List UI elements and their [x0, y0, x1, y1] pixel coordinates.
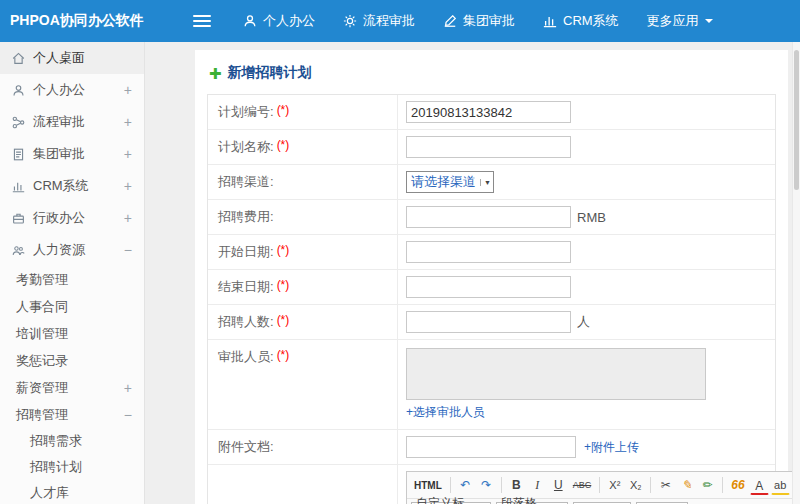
underline-button[interactable]: U — [549, 475, 568, 495]
required-marker: (*) — [277, 348, 290, 362]
sidebar-item-admin-office[interactable]: 行政办公 + — [0, 202, 144, 234]
topnav-workflow-approval[interactable]: 流程审批 — [329, 0, 429, 42]
topbar: PHPOA协同办公软件 个人办公 流程审批 集团审批 CRM系统 — [0, 0, 800, 42]
sidebar-item-talent-pool[interactable]: 人才库 — [0, 480, 144, 504]
field-label: 招聘人数: — [218, 313, 274, 331]
sidebar-item-recruit-plan[interactable]: 招聘计划 — [0, 454, 144, 480]
sidebar-item-personal-desktop[interactable]: 个人桌面 — [0, 42, 144, 74]
sidebar-item-label: 招聘需求 — [30, 432, 82, 450]
divider — [722, 477, 723, 493]
recruit-plan-form: 计划编号: (*) 计划名称: (*) 招聘渠道: — [207, 94, 776, 504]
sidebar-item-group-approval[interactable]: 集团审批 + — [0, 138, 144, 170]
end-date-input[interactable] — [406, 276, 571, 298]
expand-plus-icon: + — [124, 82, 132, 98]
caret-down-icon — [705, 19, 713, 27]
sidebar-item-label: 人事合同 — [16, 298, 68, 316]
sidebar-item-label: CRM系统 — [33, 177, 89, 195]
toolbar-row-2: 自定义标题 ▼ 段落格式 ▼ 字体 ▼ — [407, 499, 800, 504]
hamburger-icon — [193, 15, 211, 17]
italic-button[interactable]: I — [528, 475, 547, 495]
bold-button[interactable]: B — [507, 475, 526, 495]
topnav-personal-office[interactable]: 个人办公 — [229, 0, 329, 42]
form-row-attachment: 附件文档: +附件上传 — [208, 430, 775, 465]
form-row-plan-no: 计划编号: (*) — [208, 95, 775, 130]
cost-input[interactable] — [406, 206, 571, 228]
font-color-button[interactable]: A — [750, 477, 769, 495]
form-row-editor: HTML ↶ ↷ B I U ABC X² X₂ — [208, 465, 775, 504]
sidebar-item-label: 招聘计划 — [30, 458, 82, 476]
attachment-input[interactable] — [406, 436, 576, 458]
channel-select[interactable]: 请选择渠道 ▼ — [406, 171, 494, 193]
form-row-start-date: 开始日期: (*) — [208, 235, 775, 270]
plus-icon: ✚ — [209, 66, 222, 81]
richtext-toolbar: HTML ↶ ↷ B I U ABC X² X₂ — [406, 471, 800, 504]
blockquote-button[interactable]: 66 — [728, 475, 747, 495]
field-label: 计划名称: — [218, 138, 274, 156]
sidebar-item-personal-office[interactable]: 个人办公 + — [0, 74, 144, 106]
topnav-group-approval[interactable]: 集团审批 — [429, 0, 529, 42]
sidebar-item-human-resources[interactable]: 人力资源 − — [0, 234, 144, 266]
headcount-input[interactable] — [406, 311, 571, 333]
redo-button[interactable]: ↷ — [477, 475, 496, 495]
sidebar-item-label: 个人办公 — [33, 81, 85, 99]
field-label: 招聘渠道: — [218, 173, 274, 191]
undo-button[interactable]: ↶ — [456, 475, 475, 495]
scrollbar-thumb[interactable] — [794, 50, 799, 190]
sidebar-item-crm-system[interactable]: CRM系统 + — [0, 170, 144, 202]
divider — [650, 477, 651, 493]
app-brand: PHPOA协同办公软件 — [0, 12, 145, 30]
topnav-more-apps[interactable]: 更多应用 — [633, 0, 727, 42]
sidebar-item-training[interactable]: 培训管理 — [0, 320, 144, 347]
topnav-crm-system[interactable]: CRM系统 — [529, 0, 633, 42]
field-label: 招聘费用: — [218, 208, 274, 226]
main-content: ✚ 新增招聘计划 计划编号: (*) 计划名称: (*) — [145, 42, 800, 504]
topnav-label: CRM系统 — [563, 12, 619, 30]
headcount-unit-label: 人 — [577, 313, 590, 331]
expand-plus-icon: + — [124, 210, 132, 226]
attachment-upload-link[interactable]: +附件上传 — [584, 439, 639, 456]
html-source-button[interactable]: HTML — [411, 475, 445, 495]
sidebar-item-workflow-approval[interactable]: 流程审批 + — [0, 106, 144, 138]
sidebar-item-rewards[interactable]: 奖惩记录 — [0, 347, 144, 374]
field-label: 结束日期: — [218, 278, 274, 296]
vertical-scrollbar[interactable] — [792, 42, 800, 504]
sidebar-item-hr-contract[interactable]: 人事合同 — [0, 293, 144, 320]
menu-toggle-button[interactable] — [193, 12, 211, 30]
sidebar-item-attendance[interactable]: 考勤管理 — [0, 266, 144, 293]
form-row-channel: 招聘渠道: 请选择渠道 ▼ — [208, 165, 775, 200]
doc-icon — [12, 148, 25, 161]
user-icon — [12, 84, 25, 97]
highlight-color-button[interactable]: ab — [771, 477, 790, 495]
gear-icon — [343, 14, 357, 28]
strikethrough-button[interactable]: ABC — [570, 475, 595, 495]
sidebar-item-label: 招聘管理 — [16, 406, 68, 424]
sidebar-item-label: 人力资源 — [33, 241, 85, 259]
superscript-button[interactable]: X² — [605, 475, 624, 495]
required-marker: (*) — [277, 103, 290, 117]
edit-icon — [443, 14, 457, 28]
select-label: 自定义标题 — [416, 495, 471, 504]
sidebar: 个人桌面 个人办公 + 流程审批 + 集团审批 + CRM系统 + 行政办公 + — [0, 42, 145, 504]
cost-unit-label: RMB — [577, 210, 606, 225]
sidebar-item-salary[interactable]: 薪资管理 + — [0, 374, 144, 401]
start-date-input[interactable] — [406, 241, 571, 263]
topnav-label: 流程审批 — [363, 12, 415, 30]
plan-name-input[interactable] — [406, 136, 571, 158]
caret-down-icon: ▼ — [480, 179, 491, 186]
plan-no-input[interactable] — [406, 101, 571, 123]
select-approver-link[interactable]: +选择审批人员 — [406, 405, 485, 419]
cut-button[interactable]: ✂ — [656, 475, 675, 495]
field-label: 附件文档: — [218, 438, 274, 456]
divider — [450, 477, 451, 493]
user-icon — [243, 14, 257, 28]
home-icon — [12, 52, 25, 65]
subscript-button[interactable]: X₂ — [626, 475, 645, 495]
sidebar-item-label: 薪资管理 — [16, 379, 68, 397]
approver-textarea[interactable] — [406, 348, 706, 400]
sidebar-item-recruit-demand[interactable]: 招聘需求 — [0, 428, 144, 454]
field-label: 计划编号: — [218, 103, 274, 121]
sidebar-item-recruitment[interactable]: 招聘管理 − — [0, 401, 144, 428]
pencil-button[interactable]: ✎ — [677, 475, 696, 495]
pen-button[interactable]: ✏ — [698, 475, 717, 495]
collapse-minus-icon: − — [124, 242, 132, 258]
